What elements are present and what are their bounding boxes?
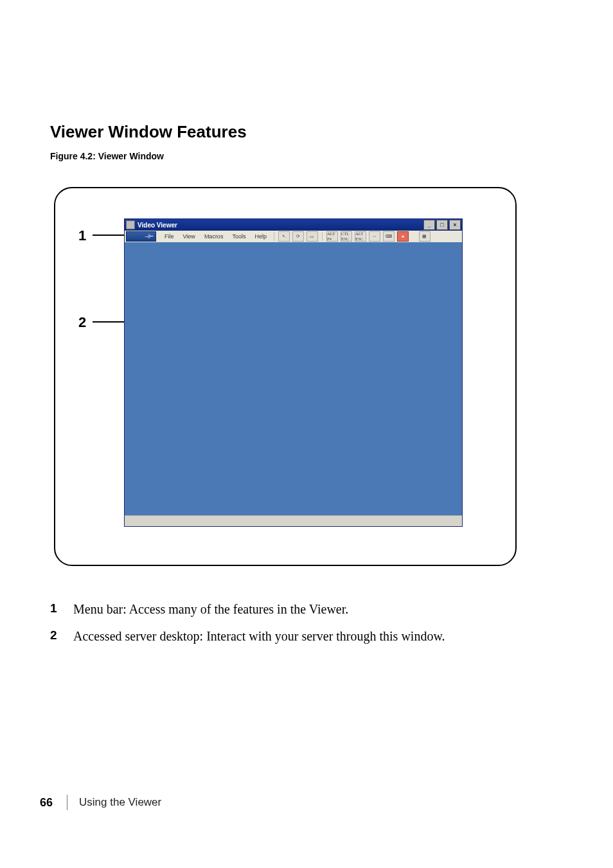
video-viewer-window: Video Viewer _ □ × ⊣⊢ File View Macros T…	[125, 219, 462, 526]
menu-macros[interactable]: Macros	[200, 233, 228, 240]
tilde-button[interactable]: ~	[369, 231, 380, 242]
legend-row-2: 2 Accessed server desktop: Interact with…	[50, 625, 563, 647]
section-heading: Viewer Window Features	[50, 122, 563, 142]
figure-4-2: 1 2 Video Viewer _ □ × ⊣⊢ File View	[54, 187, 517, 566]
toolbar-separator	[274, 232, 274, 241]
menu-bar: ⊣⊢ File View Macros Tools Help ↖ ⟳ ▭ ALT…	[125, 231, 462, 243]
record-icon[interactable]: ●	[397, 231, 409, 242]
app-icon	[126, 220, 135, 229]
page-number: 66	[40, 796, 53, 810]
close-button[interactable]: ×	[449, 220, 461, 230]
legend-text-2: Accessed server desktop: Interact with y…	[73, 625, 445, 647]
footer-divider	[67, 795, 67, 810]
toolbar-separator	[322, 232, 323, 241]
document-page: Viewer Window Features Figure 4.2: Viewe…	[0, 0, 613, 868]
cursor-icon[interactable]: ↖	[278, 231, 290, 242]
chapter-title: Using the Viewer	[79, 796, 161, 809]
alt-esc-button[interactable]: ALT ESC	[355, 231, 366, 242]
figure-caption: Figure 4.2: Viewer Window	[50, 151, 563, 161]
server-desktop-area[interactable]	[125, 242, 462, 526]
window-controls: _ □ ×	[422, 220, 461, 230]
menu-view[interactable]: View	[179, 233, 200, 240]
legend-text-1: Menu bar: Access many of the features in…	[73, 598, 348, 620]
alt-f4-button[interactable]: ALT F4	[326, 231, 338, 242]
figure-legend: 1 Menu bar: Access many of the features …	[50, 598, 563, 647]
align-icon[interactable]: ▭	[306, 231, 318, 242]
settings-icon[interactable]: ▦	[419, 231, 431, 242]
maximize-button[interactable]: □	[436, 220, 448, 230]
pin-icon[interactable]: ⊣⊢	[126, 231, 156, 242]
keyboard-icon[interactable]: ⌨	[383, 231, 395, 242]
menu-help[interactable]: Help	[250, 233, 271, 240]
legend-row-1: 1 Menu bar: Access many of the features …	[50, 598, 563, 620]
legend-num-2: 2	[50, 625, 73, 647]
callout-2: 2	[78, 314, 86, 331]
ctrl-esc-button[interactable]: CTL ESC	[341, 231, 352, 242]
menu-tools[interactable]: Tools	[227, 233, 250, 240]
page-content: Viewer Window Features Figure 4.2: Viewe…	[50, 122, 563, 652]
menu-file[interactable]: File	[160, 233, 179, 240]
window-title: Video Viewer	[138, 222, 177, 229]
refresh-icon[interactable]: ⟳	[292, 231, 304, 242]
legend-num-1: 1	[50, 598, 73, 620]
page-footer: 66 Using the Viewer	[40, 795, 161, 810]
minimize-button[interactable]: _	[423, 220, 435, 230]
callout-1: 1	[78, 227, 86, 244]
titlebar[interactable]: Video Viewer _ □ ×	[125, 219, 462, 231]
